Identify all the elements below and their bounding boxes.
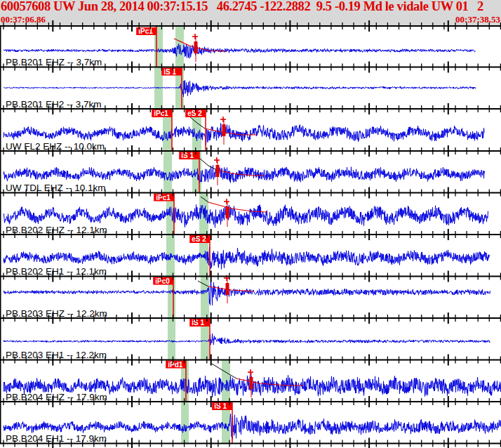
station-channel-label: PB.B203 EHZ -- 12.2km — [6, 308, 107, 319]
waveform-trace — [4, 80, 476, 97]
station-channel-label: PB.B201 EHZ -- 3.7km — [6, 57, 102, 67]
waveform-trace — [4, 165, 485, 183]
amplitude-marker-bar[interactable] — [222, 124, 226, 136]
amplitude-marker-bar[interactable] — [250, 377, 253, 389]
amplitude-marker-bar[interactable] — [226, 283, 229, 295]
trace-divider — [0, 67, 501, 68]
waveform-trace — [4, 279, 490, 305]
amplitude-marker-bar[interactable] — [226, 206, 229, 218]
phase-pick-flag-label: iS 1 — [163, 68, 176, 76]
station-channel-label: UW TDL EHZ -- 10.1km — [6, 183, 106, 193]
phase-pick-flag-label: eS 2 — [192, 235, 206, 243]
phase-pick-flag-label: eS 2 — [187, 110, 202, 117]
phase-pick-flag-label: iPc1 — [156, 194, 171, 202]
station-channel-label: PB.B202 EH1 -- 12.1km — [6, 266, 107, 277]
trace-divider — [0, 317, 501, 319]
arrival-window-band — [168, 318, 175, 360]
amplitude-marker-bar[interactable] — [194, 41, 198, 53]
waveform-plot-area[interactable]: iPc1iS 1iPc1eS 2iS 1iPc1eS 2iPc0iS 1iPd1… — [0, 0, 501, 448]
arrival-window-band — [181, 402, 189, 444]
trace-divider — [0, 234, 501, 235]
arrival-window-band — [201, 277, 209, 319]
phase-pick-flag-label: iS 1 — [192, 319, 204, 327]
station-channel-label: PB.B203 EH1 -- 12.2km — [6, 350, 107, 360]
trace-divider — [0, 108, 501, 110]
waveform-trace — [4, 334, 490, 345]
plot-left-border — [0, 26, 1, 444]
amplitude-marker-bar[interactable] — [216, 165, 220, 177]
phase-pick-flag-label: iPc0 — [155, 277, 170, 285]
trace-divider — [0, 192, 501, 194]
arrival-window-band — [222, 360, 230, 402]
phase-pick-flag-label: iPc1 — [154, 110, 168, 117]
arrival-window-band — [163, 151, 172, 193]
trace-divider — [0, 150, 501, 152]
trace-divider — [0, 401, 501, 402]
station-channel-label: UW FL2 EHZ -- 10.0km — [6, 141, 105, 152]
trace-divider — [0, 360, 501, 361]
station-channel-label: PB.B204 EHZ -- 17.9km — [6, 392, 107, 402]
station-channel-label: PB.B204 EH1 -- 17.9km — [6, 433, 107, 444]
phase-pick-flag-label: iS 1 — [181, 152, 194, 159]
trace-divider — [0, 443, 501, 444]
trace-divider — [0, 276, 501, 277]
phase-pick-flag-label: iPd1 — [168, 361, 183, 369]
seismogram-viewer-window: 60057608 UW Jun 28, 2014 00:37:15.15 46.… — [0, 0, 501, 448]
station-channel-label: PB.B202 EHZ -- 12.1km — [6, 225, 107, 235]
phase-pick-flag-label: iS 1 — [214, 402, 227, 410]
time-ruler — [0, 25, 501, 27]
phase-pick-flag-label: iPc1 — [138, 27, 153, 35]
